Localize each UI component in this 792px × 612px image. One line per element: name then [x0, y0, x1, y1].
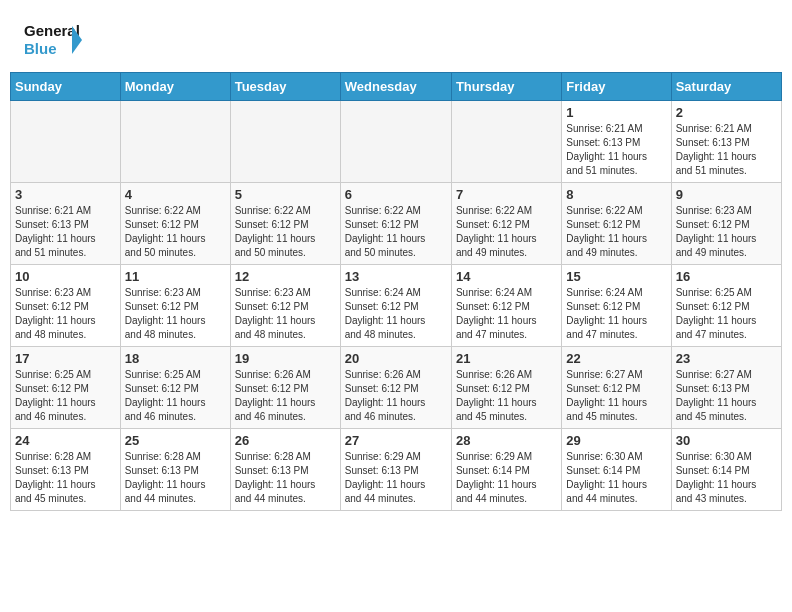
calendar-cell: 23Sunrise: 6:27 AM Sunset: 6:13 PM Dayli…: [671, 347, 781, 429]
calendar-cell: 17Sunrise: 6:25 AM Sunset: 6:12 PM Dayli…: [11, 347, 121, 429]
day-number: 15: [566, 269, 666, 284]
calendar-cell: 20Sunrise: 6:26 AM Sunset: 6:12 PM Dayli…: [340, 347, 451, 429]
calendar-cell: 24Sunrise: 6:28 AM Sunset: 6:13 PM Dayli…: [11, 429, 121, 511]
calendar-cell: 2Sunrise: 6:21 AM Sunset: 6:13 PM Daylig…: [671, 101, 781, 183]
day-number: 19: [235, 351, 336, 366]
day-info: Sunrise: 6:22 AM Sunset: 6:12 PM Dayligh…: [235, 204, 336, 260]
calendar-cell: 5Sunrise: 6:22 AM Sunset: 6:12 PM Daylig…: [230, 183, 340, 265]
calendar-cell: 30Sunrise: 6:30 AM Sunset: 6:14 PM Dayli…: [671, 429, 781, 511]
calendar-cell: 15Sunrise: 6:24 AM Sunset: 6:12 PM Dayli…: [562, 265, 671, 347]
day-info: Sunrise: 6:26 AM Sunset: 6:12 PM Dayligh…: [456, 368, 557, 424]
day-number: 11: [125, 269, 226, 284]
day-number: 13: [345, 269, 447, 284]
calendar-cell: 28Sunrise: 6:29 AM Sunset: 6:14 PM Dayli…: [451, 429, 561, 511]
calendar-wrap: SundayMondayTuesdayWednesdayThursdayFrid…: [0, 72, 792, 521]
day-info: Sunrise: 6:28 AM Sunset: 6:13 PM Dayligh…: [235, 450, 336, 506]
calendar-cell: 10Sunrise: 6:23 AM Sunset: 6:12 PM Dayli…: [11, 265, 121, 347]
calendar-cell: [340, 101, 451, 183]
calendar-cell: 22Sunrise: 6:27 AM Sunset: 6:12 PM Dayli…: [562, 347, 671, 429]
day-info: Sunrise: 6:28 AM Sunset: 6:13 PM Dayligh…: [15, 450, 116, 506]
day-info: Sunrise: 6:23 AM Sunset: 6:12 PM Dayligh…: [235, 286, 336, 342]
day-number: 22: [566, 351, 666, 366]
calendar-cell: [11, 101, 121, 183]
calendar-cell: [451, 101, 561, 183]
week-row: 10Sunrise: 6:23 AM Sunset: 6:12 PM Dayli…: [11, 265, 782, 347]
calendar-cell: 7Sunrise: 6:22 AM Sunset: 6:12 PM Daylig…: [451, 183, 561, 265]
week-row: 1Sunrise: 6:21 AM Sunset: 6:13 PM Daylig…: [11, 101, 782, 183]
day-number: 24: [15, 433, 116, 448]
weekday-header: Friday: [562, 73, 671, 101]
day-info: Sunrise: 6:21 AM Sunset: 6:13 PM Dayligh…: [566, 122, 666, 178]
day-info: Sunrise: 6:21 AM Sunset: 6:13 PM Dayligh…: [676, 122, 777, 178]
week-row: 3Sunrise: 6:21 AM Sunset: 6:13 PM Daylig…: [11, 183, 782, 265]
day-number: 7: [456, 187, 557, 202]
day-number: 3: [15, 187, 116, 202]
calendar-cell: 8Sunrise: 6:22 AM Sunset: 6:12 PM Daylig…: [562, 183, 671, 265]
calendar-cell: 16Sunrise: 6:25 AM Sunset: 6:12 PM Dayli…: [671, 265, 781, 347]
calendar-cell: 25Sunrise: 6:28 AM Sunset: 6:13 PM Dayli…: [120, 429, 230, 511]
calendar-cell: 19Sunrise: 6:26 AM Sunset: 6:12 PM Dayli…: [230, 347, 340, 429]
day-number: 12: [235, 269, 336, 284]
day-number: 20: [345, 351, 447, 366]
calendar-cell: 21Sunrise: 6:26 AM Sunset: 6:12 PM Dayli…: [451, 347, 561, 429]
day-info: Sunrise: 6:27 AM Sunset: 6:13 PM Dayligh…: [676, 368, 777, 424]
svg-text:Blue: Blue: [24, 40, 57, 57]
day-number: 14: [456, 269, 557, 284]
calendar-cell: 18Sunrise: 6:25 AM Sunset: 6:12 PM Dayli…: [120, 347, 230, 429]
day-number: 9: [676, 187, 777, 202]
calendar-cell: 9Sunrise: 6:23 AM Sunset: 6:12 PM Daylig…: [671, 183, 781, 265]
day-number: 28: [456, 433, 557, 448]
day-number: 17: [15, 351, 116, 366]
calendar-header: SundayMondayTuesdayWednesdayThursdayFrid…: [11, 73, 782, 101]
day-info: Sunrise: 6:25 AM Sunset: 6:12 PM Dayligh…: [125, 368, 226, 424]
logo: GeneralBlue: [24, 18, 84, 62]
weekday-header: Monday: [120, 73, 230, 101]
day-info: Sunrise: 6:30 AM Sunset: 6:14 PM Dayligh…: [676, 450, 777, 506]
calendar-body: 1Sunrise: 6:21 AM Sunset: 6:13 PM Daylig…: [11, 101, 782, 511]
day-number: 25: [125, 433, 226, 448]
weekday-header: Wednesday: [340, 73, 451, 101]
svg-text:General: General: [24, 22, 80, 39]
calendar-cell: 11Sunrise: 6:23 AM Sunset: 6:12 PM Dayli…: [120, 265, 230, 347]
calendar-cell: 13Sunrise: 6:24 AM Sunset: 6:12 PM Dayli…: [340, 265, 451, 347]
day-number: 30: [676, 433, 777, 448]
calendar-cell: 3Sunrise: 6:21 AM Sunset: 6:13 PM Daylig…: [11, 183, 121, 265]
day-info: Sunrise: 6:21 AM Sunset: 6:13 PM Dayligh…: [15, 204, 116, 260]
day-number: 4: [125, 187, 226, 202]
day-info: Sunrise: 6:29 AM Sunset: 6:13 PM Dayligh…: [345, 450, 447, 506]
day-info: Sunrise: 6:23 AM Sunset: 6:12 PM Dayligh…: [15, 286, 116, 342]
day-info: Sunrise: 6:25 AM Sunset: 6:12 PM Dayligh…: [676, 286, 777, 342]
calendar-cell: 26Sunrise: 6:28 AM Sunset: 6:13 PM Dayli…: [230, 429, 340, 511]
day-info: Sunrise: 6:23 AM Sunset: 6:12 PM Dayligh…: [676, 204, 777, 260]
calendar-table: SundayMondayTuesdayWednesdayThursdayFrid…: [10, 72, 782, 511]
day-info: Sunrise: 6:26 AM Sunset: 6:12 PM Dayligh…: [345, 368, 447, 424]
weekday-header: Tuesday: [230, 73, 340, 101]
calendar-cell: 27Sunrise: 6:29 AM Sunset: 6:13 PM Dayli…: [340, 429, 451, 511]
day-number: 23: [676, 351, 777, 366]
day-number: 2: [676, 105, 777, 120]
day-number: 10: [15, 269, 116, 284]
day-number: 8: [566, 187, 666, 202]
calendar-cell: 1Sunrise: 6:21 AM Sunset: 6:13 PM Daylig…: [562, 101, 671, 183]
day-info: Sunrise: 6:28 AM Sunset: 6:13 PM Dayligh…: [125, 450, 226, 506]
day-number: 29: [566, 433, 666, 448]
day-info: Sunrise: 6:24 AM Sunset: 6:12 PM Dayligh…: [345, 286, 447, 342]
weekday-header: Thursday: [451, 73, 561, 101]
day-number: 5: [235, 187, 336, 202]
calendar-cell: 4Sunrise: 6:22 AM Sunset: 6:12 PM Daylig…: [120, 183, 230, 265]
page-header: GeneralBlue: [0, 0, 792, 72]
day-info: Sunrise: 6:29 AM Sunset: 6:14 PM Dayligh…: [456, 450, 557, 506]
calendar-cell: [120, 101, 230, 183]
day-info: Sunrise: 6:27 AM Sunset: 6:12 PM Dayligh…: [566, 368, 666, 424]
day-number: 16: [676, 269, 777, 284]
day-number: 18: [125, 351, 226, 366]
calendar-cell: 12Sunrise: 6:23 AM Sunset: 6:12 PM Dayli…: [230, 265, 340, 347]
calendar-cell: 14Sunrise: 6:24 AM Sunset: 6:12 PM Dayli…: [451, 265, 561, 347]
day-info: Sunrise: 6:30 AM Sunset: 6:14 PM Dayligh…: [566, 450, 666, 506]
day-info: Sunrise: 6:24 AM Sunset: 6:12 PM Dayligh…: [566, 286, 666, 342]
calendar-cell: [230, 101, 340, 183]
weekday-header: Saturday: [671, 73, 781, 101]
day-info: Sunrise: 6:23 AM Sunset: 6:12 PM Dayligh…: [125, 286, 226, 342]
day-number: 6: [345, 187, 447, 202]
day-info: Sunrise: 6:22 AM Sunset: 6:12 PM Dayligh…: [456, 204, 557, 260]
